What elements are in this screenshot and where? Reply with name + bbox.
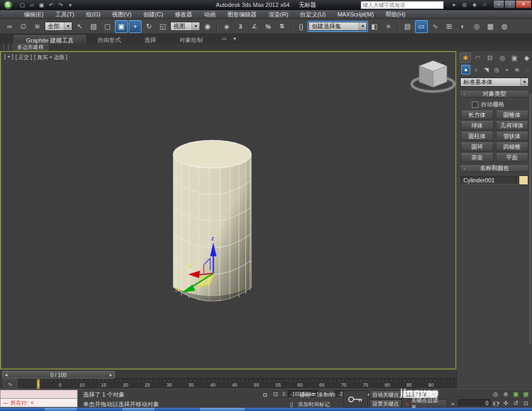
maximize-viewport-toggle-icon[interactable]: ⊡ xyxy=(521,399,530,407)
material-editor-icon[interactable]: ◐ xyxy=(456,20,469,33)
window-crossing-toggle-icon[interactable]: ▣ xyxy=(115,20,128,33)
primitive-button-圆环[interactable]: 圆环 xyxy=(461,142,494,152)
set-key-mode-button[interactable] xyxy=(343,390,368,408)
viewport-shading-menu[interactable]: [ 真实 + 边面 ] xyxy=(34,54,68,61)
selection-filter-dropdown[interactable]: 全部▼ xyxy=(45,22,72,31)
percent-snap-toggle-icon[interactable]: % xyxy=(262,20,275,33)
quick-access-dropdown[interactable]: ▾ xyxy=(66,1,74,9)
render-production-icon[interactable]: ◍ xyxy=(498,20,511,33)
menu-item-10[interactable]: MAXScript(M) xyxy=(331,10,379,19)
search-expand-arrow[interactable]: ▸ xyxy=(450,1,459,9)
time-tag-row[interactable]: ▯ 添加时间标记 xyxy=(287,400,330,408)
create-tab[interactable]: ✱ xyxy=(460,53,471,63)
favorites-icon[interactable]: ☆ xyxy=(480,1,489,9)
viewport-pov-menu[interactable]: [ 正交 ] xyxy=(15,54,32,61)
shapes-category[interactable]: ○ xyxy=(471,65,480,74)
rectangular-selection-region-icon[interactable]: ▢ xyxy=(101,20,114,33)
select-and-manipulate-icon[interactable]: ◈ xyxy=(220,20,233,33)
primitive-button-圆锥体[interactable]: 圆锥体 xyxy=(496,111,529,120)
primitive-button-茶壶[interactable]: 茶壶 xyxy=(461,153,494,162)
angle-snap-toggle-icon[interactable]: ∠ xyxy=(248,20,261,33)
restore-button[interactable]: ▫ xyxy=(504,0,516,9)
snap-toggle-3d-icon[interactable]: 3 xyxy=(234,20,247,33)
select-and-link-icon[interactable]: ∞ xyxy=(3,20,16,33)
menu-item-2[interactable]: 组(G) xyxy=(80,10,106,19)
bind-to-space-warp-icon[interactable]: ≋ xyxy=(31,20,44,33)
sign-in-icon[interactable]: ◈ xyxy=(470,1,479,9)
windows-taskbar[interactable] xyxy=(0,408,532,411)
autogrid-checkbox[interactable] xyxy=(472,102,478,108)
set-key-button[interactable]: 设置关键点 xyxy=(370,399,402,408)
viewcube[interactable] xyxy=(412,61,454,91)
ribbon-tab-0[interactable]: Graphite 建模工具 xyxy=(14,35,86,44)
pan-icon[interactable]: ✣ xyxy=(501,399,510,407)
taskbar-button[interactable] xyxy=(122,408,154,411)
reference-coordinate-system-dropdown[interactable]: 视图▼ xyxy=(170,22,200,31)
search-input[interactable] xyxy=(361,1,444,9)
macro-recorder-pane[interactable] xyxy=(0,390,78,399)
time-slider-handle[interactable]: ◄ 0 / 100 ► xyxy=(2,371,115,379)
zoom-extents-all-icon[interactable]: ▦ xyxy=(521,390,530,398)
curve-editor-icon[interactable]: ∿ xyxy=(429,20,442,33)
taskbar-button[interactable] xyxy=(45,408,77,411)
primitive-button-平面[interactable]: 平面 xyxy=(496,153,529,162)
spinner-snap-toggle-icon[interactable]: ⇅ xyxy=(276,20,288,33)
display-tab[interactable]: ▣ xyxy=(509,53,520,63)
graphite-ribbon-toggle-icon[interactable]: ▭ xyxy=(415,20,428,33)
geometry-category[interactable]: ● xyxy=(461,65,470,74)
menu-item-11[interactable]: 帮助(H) xyxy=(380,10,411,19)
zoom-extents-icon[interactable]: ▣ xyxy=(511,390,520,398)
lights-category[interactable]: ◥ xyxy=(482,65,491,74)
primitive-button-长方体[interactable]: 长方体 xyxy=(461,111,494,120)
listener-pane[interactable]: — 所在行: < xyxy=(0,399,78,407)
taskbar-button[interactable] xyxy=(200,408,245,411)
edit-named-selection-sets-icon[interactable]: {} xyxy=(295,20,307,33)
menu-item-8[interactable]: 渲染(R) xyxy=(263,10,294,19)
save-file-button[interactable]: ▣ xyxy=(37,1,46,9)
unlink-selection-icon[interactable]: ∅ xyxy=(17,20,30,33)
primitive-button-四棱锥[interactable]: 四棱锥 xyxy=(496,142,529,152)
menu-item-9[interactable]: 自定义(U) xyxy=(294,10,331,19)
zoom-all-icon[interactable]: ⊕ xyxy=(501,390,510,398)
select-and-rotate-icon[interactable]: ↻ xyxy=(143,20,155,33)
time-slider-track[interactable]: ◄ 0 / 100 ► xyxy=(0,371,456,379)
previous-frame-arrow[interactable]: ◄ xyxy=(3,373,10,378)
primitive-button-圆柱体[interactable]: 圆柱体 xyxy=(461,132,494,141)
motion-tab[interactable]: ◎ xyxy=(497,53,508,63)
ribbon-tab-2[interactable]: 选择 xyxy=(132,35,168,44)
add-time-tag-label[interactable]: 添加时间标记 xyxy=(298,401,330,408)
render-setup-icon[interactable]: ◎ xyxy=(470,20,483,33)
panel-scrollbar[interactable] xyxy=(529,94,531,343)
undo-button[interactable]: ↶ xyxy=(47,1,55,9)
viewport[interactable]: X Y Z [ + ] [ 正交 ] [ 真实 + 边面 ] xyxy=(0,51,456,370)
menu-item-1[interactable]: 工具(T) xyxy=(49,10,80,19)
select-and-move-icon[interactable]: + xyxy=(129,20,142,33)
mini-curve-editor-button[interactable]: ∿ xyxy=(3,380,17,388)
redo-button[interactable]: ↷ xyxy=(56,1,65,9)
named-selection-sets-dropdown[interactable]: 创建选择集▼ xyxy=(309,22,367,31)
object-type-rollout-header[interactable]: - 对象类型 xyxy=(460,90,529,98)
menu-item-3[interactable]: 视图(V) xyxy=(106,10,138,19)
orbit-icon[interactable]: ↺ xyxy=(511,399,520,407)
systems-category[interactable]: ◌ xyxy=(523,65,532,74)
go-to-end-icon[interactable]: » xyxy=(448,399,457,407)
new-file-button[interactable]: ▢ xyxy=(18,1,27,9)
space-warps-category[interactable]: ≋ xyxy=(512,65,521,74)
select-by-name-icon[interactable]: ▤ xyxy=(87,20,100,33)
next-frame-arrow[interactable]: ► xyxy=(107,373,114,378)
select-object-icon[interactable]: ↖ xyxy=(73,20,86,33)
ribbon-minimize-arrow[interactable]: ▾ xyxy=(230,35,239,43)
zoom-region-icon[interactable]: ▢ xyxy=(491,399,500,407)
primitive-category-dropdown[interactable]: 标准基本体 ▼ xyxy=(460,78,529,87)
key-filters-button[interactable]: 关键点过滤器... xyxy=(411,399,447,408)
viewport-general-menu[interactable]: [ + ] xyxy=(4,54,14,61)
menu-item-6[interactable]: 动画 xyxy=(198,10,222,19)
current-frame-field[interactable]: 0 xyxy=(459,399,491,407)
align-icon[interactable]: ≡ xyxy=(382,20,395,33)
modify-tab[interactable]: ◠ xyxy=(472,53,483,63)
name-color-rollout-header[interactable]: - 名称和颜色 xyxy=(460,164,529,172)
open-file-button[interactable]: ▱ xyxy=(28,1,36,9)
object-name-field[interactable]: Cylinder001 xyxy=(461,176,517,184)
object-color-swatch[interactable] xyxy=(519,175,528,185)
ribbon-display-icon[interactable]: ▭ xyxy=(220,35,228,43)
